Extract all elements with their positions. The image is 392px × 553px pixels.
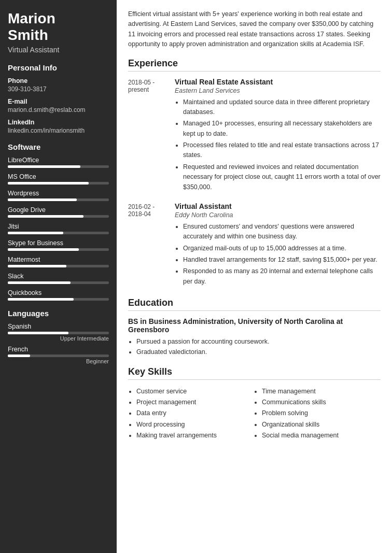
skill-item: Making travel arrangements <box>136 430 255 441</box>
languages-list: Spanish Upper Intermediate French Beginn… <box>8 323 109 364</box>
skill-item: Problem solving <box>262 408 381 419</box>
skill-bar-fill <box>8 198 77 201</box>
skill-item: Project management <box>136 397 255 408</box>
skill-item: Word processing <box>136 419 255 430</box>
software-skill-item: Mattermost <box>8 256 109 267</box>
exp-bullet: Organized mail-outs of up to 15,000 addr… <box>183 244 381 253</box>
skill-item: Time management <box>262 386 381 397</box>
software-skill-item: Jitsi <box>8 223 109 234</box>
exp-bullet: Managed 10+ processes, ensuring all nece… <box>183 119 381 139</box>
job-title: Virtual Real Estate Assistant <box>175 78 381 86</box>
phone-value: 309-310-3817 <box>8 86 109 93</box>
experience-title: Experience <box>128 58 381 72</box>
email-value: marion.d.smith@reslab.com <box>8 106 109 114</box>
skill-bar-fill <box>8 182 89 185</box>
skill-bar-fill <box>8 165 80 168</box>
experience-entry: 2016-02 -2018-04 Virtual Assistant Eddy … <box>128 202 381 288</box>
skill-bar-bg <box>8 232 109 234</box>
exp-bullet: Processed files related to title and rea… <box>183 140 381 161</box>
skill-name: Google Drive <box>8 206 109 214</box>
linkedin-label: LinkedIn <box>8 119 109 126</box>
exp-body: Virtual Assistant Eddy North Carolina En… <box>175 202 381 288</box>
skill-name: Jitsi <box>8 223 109 230</box>
software-skill-item: Quickbooks <box>8 289 109 301</box>
linkedin-value: linkedin.com/in/marionsmith <box>8 127 109 134</box>
skill-bar-bg <box>8 198 109 201</box>
skills-section: Key Skills Customer serviceProject manag… <box>128 366 381 441</box>
phone-label: Phone <box>8 77 109 84</box>
exp-date: 2018-05 -present <box>128 78 175 194</box>
experience-entry: 2018-05 -present Virtual Real Estate Ass… <box>128 78 381 194</box>
lang-name: French <box>8 346 109 353</box>
education-entry: BS in Business Administration, Universit… <box>128 317 381 357</box>
language-item: Spanish Upper Intermediate <box>8 323 109 342</box>
lang-bar-fill <box>8 332 68 334</box>
candidate-title: Virtual Assistant <box>8 46 109 54</box>
education-title: Education <box>128 297 381 311</box>
exp-body: Virtual Real Estate Assistant Eastern La… <box>175 78 381 194</box>
software-skill-item: LibreOffice <box>8 157 109 168</box>
software-skill-item: Slack <box>8 273 109 284</box>
education-list: BS in Business Administration, Universit… <box>128 317 381 357</box>
company-name: Eastern Land Services <box>175 87 381 94</box>
lang-bar-fill <box>8 355 30 357</box>
main-content: Efficient virtual assistant with 5+ year… <box>117 0 392 553</box>
personal-info-heading: Personal Info <box>8 63 109 72</box>
skill-item: Data entry <box>136 408 255 419</box>
skill-item: Social media management <box>262 430 381 441</box>
skill-bar-fill <box>8 298 74 301</box>
skill-bar-bg <box>8 215 109 218</box>
software-heading: Software <box>8 143 109 151</box>
exp-bullet: Handled travel arrangements for 12 staff… <box>183 255 381 265</box>
skill-name: Wordpress <box>8 190 109 197</box>
last-name: Smith <box>8 27 48 43</box>
edu-bullet: Pursued a passion for accounting coursew… <box>136 337 381 347</box>
skill-bar-bg <box>8 265 109 267</box>
skill-bar-fill <box>8 265 66 267</box>
skill-bar-fill <box>8 232 63 234</box>
edu-bullets: Pursued a passion for accounting coursew… <box>128 337 381 357</box>
job-title: Virtual Assistant <box>175 202 381 210</box>
company-name: Eddy North Carolina <box>175 211 381 219</box>
exp-bullets: Ensured customers' and vendors' question… <box>175 222 381 287</box>
skill-bar-bg <box>8 182 109 185</box>
skill-name: Mattermost <box>8 256 109 263</box>
summary-text: Efficient virtual assistant with 5+ year… <box>128 9 381 50</box>
education-section: Education BS in Business Administration,… <box>128 297 381 357</box>
sidebar: Marion Smith Virtual Assistant Personal … <box>0 0 117 553</box>
exp-date: 2016-02 -2018-04 <box>128 202 175 288</box>
first-name: Marion <box>8 10 55 26</box>
exp-bullet: Responded to as many as 20 internal and … <box>183 266 381 287</box>
exp-bullet: Maintained and updated source data in th… <box>183 97 381 118</box>
skill-item: Organizational skills <box>262 419 381 430</box>
email-label: E-mail <box>8 98 109 105</box>
edu-bullet: Graduated valedictorian. <box>136 347 381 357</box>
skill-name: LibreOffice <box>8 157 109 164</box>
exp-bullet: Ensured customers' and vendors' question… <box>183 222 381 242</box>
candidate-name: Marion Smith <box>8 10 109 44</box>
software-skill-item: MS Office <box>8 173 109 185</box>
software-skill-item: Google Drive <box>8 206 109 218</box>
lang-level: Beginner <box>8 358 109 364</box>
edu-degree: BS in Business Administration, Universit… <box>128 317 381 334</box>
experience-section: Experience 2018-05 -present Virtual Real… <box>128 58 381 289</box>
skill-bar-fill <box>8 281 71 284</box>
software-skills-list: LibreOffice MS Office Wordpress Google D… <box>8 157 109 301</box>
software-skill-item: Skype for Business <box>8 239 109 251</box>
skill-name: Quickbooks <box>8 289 109 296</box>
exp-bullet: Requested and reviewed invoices and rela… <box>183 162 381 192</box>
skill-bar-fill <box>8 215 83 218</box>
skill-name: Slack <box>8 273 109 280</box>
skill-item: Communications skills <box>262 397 381 408</box>
skill-name: Skype for Business <box>8 239 109 247</box>
skill-bar-fill <box>8 248 79 251</box>
skill-bar-bg <box>8 248 109 251</box>
skill-item: Customer service <box>136 386 255 397</box>
skills-title: Key Skills <box>128 366 381 380</box>
lang-bar-bg <box>8 332 109 334</box>
skill-name: MS Office <box>8 173 109 180</box>
software-skill-item: Wordpress <box>8 190 109 201</box>
lang-bar-bg <box>8 355 109 357</box>
experience-list: 2018-05 -present Virtual Real Estate Ass… <box>128 78 381 289</box>
languages-heading: Languages <box>8 309 109 318</box>
